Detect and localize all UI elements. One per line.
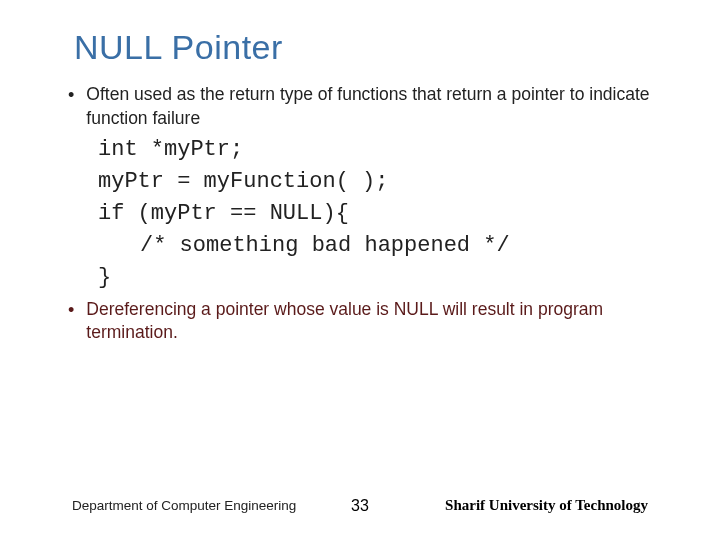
code-line: /* something bad happened */ xyxy=(140,230,670,262)
bullet-marker: • xyxy=(68,299,74,322)
page-number: 33 xyxy=(351,497,369,515)
footer-university: Sharif University of Technology xyxy=(445,497,648,514)
bullet-text: Often used as the return type of functio… xyxy=(86,83,670,130)
code-line: } xyxy=(98,262,670,294)
bullet-text: Dereferencing a pointer whose value is N… xyxy=(86,298,670,345)
slide: NULL Pointer • Often used as the return … xyxy=(0,0,720,540)
bullet-item: • Often used as the return type of funct… xyxy=(68,83,670,130)
slide-title: NULL Pointer xyxy=(74,28,670,67)
footer: Department of Computer Engineering 33 Sh… xyxy=(0,497,720,514)
code-line: if (myPtr == NULL){ xyxy=(98,198,670,230)
footer-department: Department of Computer Engineering xyxy=(72,498,296,513)
bullet-marker: • xyxy=(68,84,74,107)
code-line: int *myPtr; xyxy=(98,134,670,166)
code-line: myPtr = myFunction( ); xyxy=(98,166,670,198)
bullet-item: • Dereferencing a pointer whose value is… xyxy=(68,298,670,345)
